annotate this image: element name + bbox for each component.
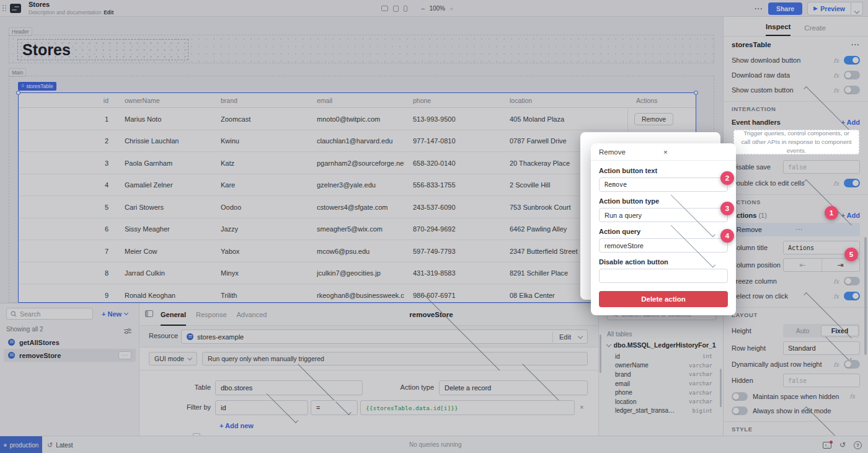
more-options-icon[interactable]: ··· <box>755 5 763 12</box>
filter-field-select[interactable]: id <box>215 400 308 415</box>
section-layout[interactable]: LAYOUT <box>724 307 868 322</box>
schema-field-row[interactable]: phone varchar <box>615 388 712 397</box>
tab-general[interactable]: General <box>161 303 186 326</box>
gui-mode-select[interactable]: GUI mode <box>149 352 197 366</box>
debug-console-icon[interactable]: ›_ <box>823 442 831 449</box>
remove-filter-icon[interactable]: × <box>580 403 583 411</box>
query-item-removestore[interactable]: removeStore ··· <box>4 349 136 362</box>
add-filter-button[interactable]: + Add new <box>219 422 254 429</box>
schema-table-node[interactable]: dbo.MSSQL_LedgerHistoryFor_15… <box>607 341 716 349</box>
close-icon[interactable]: × <box>663 148 728 156</box>
column-header-location[interactable]: location <box>501 97 627 104</box>
app-logo[interactable] <box>10 4 21 13</box>
double-click-toggle[interactable] <box>844 179 860 187</box>
row-height-select[interactable]: Standard <box>783 341 860 355</box>
run-trigger-select[interactable]: Run query only when manually triggered <box>202 352 588 366</box>
tab-inspect[interactable]: Inspect <box>766 23 790 36</box>
fx-icon[interactable]: fx <box>833 180 839 187</box>
row-remove-button[interactable]: Remove <box>634 113 673 125</box>
hidden-input[interactable] <box>783 374 860 387</box>
action-query-select[interactable]: removeStore <box>599 238 728 253</box>
fx-icon[interactable]: fx <box>833 278 839 285</box>
dynamic-row-height-toggle[interactable] <box>844 360 860 369</box>
desktop-view-icon[interactable] <box>381 6 388 11</box>
schema-field-row[interactable]: location varchar <box>615 397 712 406</box>
maintain-space-toggle[interactable] <box>732 392 748 401</box>
schema-field-row[interactable]: brand varchar <box>615 370 712 379</box>
always-show-toggle[interactable] <box>732 406 748 415</box>
schema-field-row[interactable]: email varchar <box>615 379 712 388</box>
action-type-select[interactable]: Delete a record <box>439 380 588 395</box>
show-download-toggle[interactable] <box>844 56 860 65</box>
freeze-column-toggle[interactable] <box>844 277 860 285</box>
component-menu-icon[interactable]: ··· <box>851 41 860 48</box>
version-selector[interactable]: ↺ Latest <box>47 436 73 453</box>
schema-scrollbar[interactable] <box>720 369 722 407</box>
show-custom-toggle[interactable] <box>844 86 860 94</box>
action-button-type-select[interactable]: Run a query <box>599 208 728 222</box>
disable-action-button-input[interactable] <box>599 269 728 283</box>
filter-operator-select[interactable]: = <box>311 400 358 415</box>
schema-field-row[interactable]: ownerName varchar <box>615 361 712 370</box>
column-header-email[interactable]: email <box>308 97 404 104</box>
mobile-view-icon[interactable] <box>404 6 407 12</box>
resize-handle[interactable] <box>16 91 20 95</box>
schema-scrollbar[interactable] <box>600 334 601 373</box>
position-left-button[interactable]: ⇤ <box>784 259 822 271</box>
column-header-id[interactable]: id <box>19 97 116 104</box>
fx-icon[interactable]: fx <box>833 361 839 368</box>
column-header-brand[interactable]: brand <box>212 97 308 104</box>
action-item-menu-icon[interactable]: ··· <box>796 226 856 233</box>
fx-icon[interactable]: fx <box>833 293 839 300</box>
preview-dropdown-button[interactable] <box>851 2 863 16</box>
tablet-view-icon[interactable] <box>393 6 399 12</box>
resize-handle[interactable] <box>694 91 698 95</box>
resource-select[interactable]: stores-example Edit <box>181 330 588 344</box>
resource-edit-button[interactable]: Edit <box>552 331 571 343</box>
schema-field-row[interactable]: id int <box>615 352 712 361</box>
filter-value-input[interactable]: {{storesTable.data.id[i]}} <box>360 400 575 415</box>
section-actions[interactable]: ACTIONS <box>724 194 868 209</box>
tab-response[interactable]: Response <box>196 303 227 326</box>
query-menu-icon[interactable]: ··· <box>118 351 131 359</box>
help-icon[interactable]: ? <box>854 441 862 449</box>
section-interaction[interactable]: INTERACTION <box>724 101 868 116</box>
share-button[interactable]: Share <box>768 2 802 15</box>
tab-create[interactable]: Create <box>804 24 826 36</box>
sidebar-toggle-icon[interactable] <box>145 310 153 317</box>
action-item-remove[interactable]: Remove ··· <box>732 223 860 236</box>
section-style[interactable]: STYLE <box>724 421 868 436</box>
select-row-toggle[interactable] <box>844 292 860 300</box>
environment-badge[interactable]: production <box>0 436 42 453</box>
query-item-getallstores[interactable]: getAllStores <box>4 336 136 349</box>
zoom-in-button[interactable]: + <box>450 5 453 12</box>
schema-field-row[interactable]: ledger_start_transa… bigint <box>615 406 712 416</box>
action-button-text-input[interactable] <box>599 177 728 192</box>
fx-icon[interactable]: fx <box>849 393 855 400</box>
tab-advanced[interactable]: Advanced <box>237 303 267 326</box>
disable-save-input[interactable] <box>783 160 860 174</box>
column-header-actions[interactable]: Actions <box>627 97 696 104</box>
drag-handle-icon[interactable] <box>2 4 7 12</box>
height-auto-option[interactable]: Auto <box>784 325 821 336</box>
zoom-level[interactable]: 100% <box>429 5 445 12</box>
cell-ownername: Marius Noto <box>116 115 212 123</box>
fx-icon[interactable]: fx <box>833 72 839 79</box>
table-select[interactable]: dbo.stores <box>215 380 363 395</box>
table-component-chip[interactable]: ⠿storesTable <box>18 82 56 91</box>
query-search-box[interactable]: Search <box>6 308 93 320</box>
page-title-component[interactable]: Stores <box>17 39 188 60</box>
edit-description-link[interactable]: Edit <box>104 9 113 16</box>
column-header-phone[interactable]: phone <box>404 97 501 104</box>
preview-button[interactable]: ▶Preview <box>807 2 851 16</box>
delete-action-button[interactable]: Delete action <box>599 291 728 307</box>
table-row[interactable]: 1 Marius Noto Zoomcast mnoto0@twitpic.co… <box>19 108 696 130</box>
download-raw-toggle[interactable] <box>844 71 860 79</box>
fx-icon[interactable]: fx <box>833 87 839 94</box>
inspector-scrollbar[interactable] <box>864 237 867 355</box>
column-header-ownername[interactable]: ownerName <box>116 97 212 104</box>
new-query-button[interactable]: + New <box>99 308 130 320</box>
fx-icon[interactable]: fx <box>833 57 839 64</box>
release-history-icon[interactable]: ↺ <box>839 441 846 449</box>
zoom-out-button[interactable]: − <box>421 5 425 12</box>
